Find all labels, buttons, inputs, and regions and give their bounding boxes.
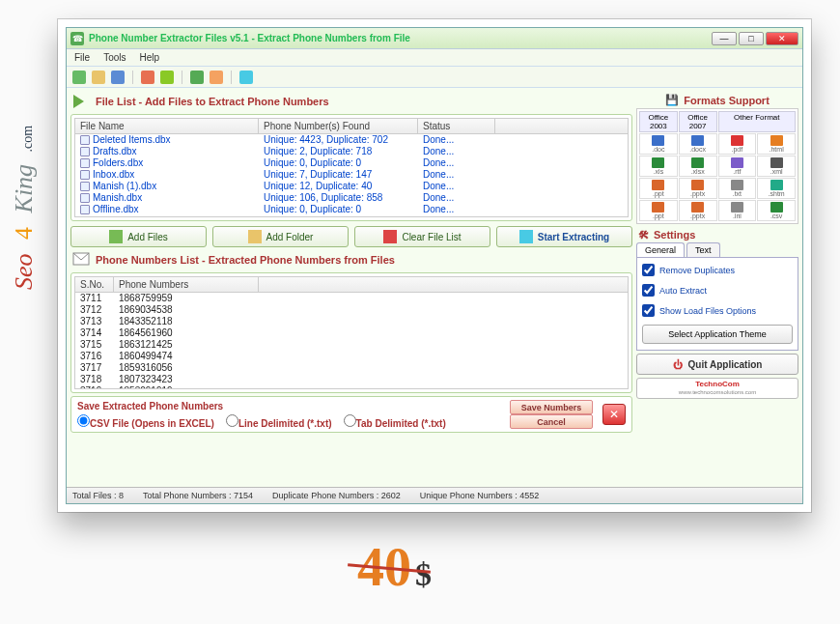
add-folder-button[interactable]: Add Folder [212, 226, 349, 247]
col-found[interactable]: Phone Number(s) Found [259, 119, 418, 133]
chk-auto-extract[interactable]: Auto Extract [642, 284, 793, 297]
format-cell: .xlsx [679, 156, 717, 177]
col-status[interactable]: Status [418, 119, 495, 133]
format-cell: .xml [757, 156, 796, 177]
phone-row[interactable]: 37141864561960 [75, 327, 628, 339]
file-icon [80, 170, 90, 180]
mail-icon [72, 252, 90, 268]
select-theme-button[interactable]: Select Application Theme [642, 325, 793, 344]
phonelist-header: Phone Numbers List - Extracted Phone Num… [70, 250, 632, 269]
file-icon [80, 182, 90, 191]
file-icon [80, 193, 90, 203]
phone-row[interactable]: 37121869034538 [75, 304, 628, 316]
quit-icon: ⏻ [673, 359, 683, 370]
opt-tab[interactable]: Tab Delimited (*.txt) [344, 414, 446, 429]
file-table: File Name Phone Number(s) Found Status D… [70, 114, 632, 221]
doc-icon[interactable] [111, 71, 125, 84]
price-tag: 40$ [357, 536, 432, 598]
format-cell: .ppt [639, 200, 678, 221]
phone-row[interactable]: 37111868759959 [75, 293, 628, 304]
titlebar[interactable]: ☎ Phone Number Extractor Files v5.1 - Ex… [67, 28, 802, 49]
filelist-header: File List - Add Files to Extract Phone N… [70, 92, 632, 111]
format-cell: .rtf [718, 156, 757, 177]
arrow-icon [72, 94, 90, 109]
delete-button[interactable]: ✕ [602, 404, 626, 425]
chk-remove-duplicates[interactable]: Remove Duplicates [642, 264, 793, 276]
format-cell: .ppt [639, 178, 678, 199]
formats-panel: 💾Formats Support Office 2003Office 2007O… [636, 92, 798, 224]
file-row[interactable]: Deleted Items.dbxUnique: 4423, Duplicate… [75, 134, 628, 146]
status-unique-phones: Unique Phone Numbers : 4552 [420, 491, 540, 500]
export-icon[interactable] [141, 71, 154, 84]
format-cell: .pptx [679, 200, 717, 221]
format-header: Office 2003 [639, 111, 678, 132]
toolbar [67, 67, 802, 88]
phone-row[interactable]: 37161860499474 [75, 351, 628, 362]
app-icon: ☎ [70, 32, 84, 45]
check-icon[interactable] [160, 71, 174, 84]
col-filename[interactable]: File Name [75, 119, 259, 133]
company-brand[interactable]: TechnoCom www.technocomsolutions.com [636, 378, 798, 399]
plus-icon [109, 230, 123, 243]
format-cell: .ini [718, 200, 757, 221]
file-row[interactable]: Outbox.dbxUnique: 2, Duplicate: 137Done.… [75, 215, 628, 217]
refresh-icon[interactable] [72, 71, 86, 84]
menu-help[interactable]: Help [139, 52, 159, 63]
format-cell: .docx [679, 133, 717, 155]
file-row[interactable]: Folders.dbxUnique: 0, Duplicate: 0Done..… [75, 157, 628, 169]
phone-row[interactable]: 37151863121425 [75, 339, 628, 351]
file-row[interactable]: Manish.dbxUnique: 106, Duplicate: 858Don… [75, 192, 628, 204]
dollar-icon[interactable] [190, 71, 204, 84]
maximize-button[interactable]: □ [739, 32, 764, 45]
menu-file[interactable]: File [74, 52, 90, 63]
format-cell: .doc [639, 133, 678, 155]
clear-list-button[interactable]: Clear File List [354, 226, 490, 247]
save-title: Save Extracted Phone Numbers [77, 401, 223, 411]
search-icon[interactable] [239, 71, 253, 84]
app-window: ☎ Phone Number Extractor Files v5.1 - Ex… [66, 27, 803, 504]
col-phone[interactable]: Phone Numbers [114, 277, 259, 292]
tab-text[interactable]: Text [686, 242, 720, 257]
search-icon [519, 230, 533, 243]
file-icon [80, 135, 90, 145]
close-button[interactable]: ✕ [766, 32, 798, 45]
phone-row[interactable]: 37191853091919 [75, 385, 628, 389]
format-cell: .html [757, 133, 796, 155]
folder-icon[interactable] [92, 71, 105, 84]
file-icon [80, 158, 90, 168]
phone-row[interactable]: 37171859316056 [75, 362, 628, 374]
format-cell: .txt [718, 178, 757, 199]
status-duplicate-phones: Duplicate Phone Numbers : 2602 [272, 491, 401, 500]
file-row[interactable]: Inbox.dbxUnique: 7, Duplicate: 147Done..… [75, 169, 628, 181]
status-total-files: Total Files : 8 [72, 491, 124, 500]
quit-application-button[interactable]: ⏻Quit Application [636, 354, 798, 375]
save-numbers-button[interactable]: Save Numbers [510, 400, 593, 414]
format-cell: .pdf [718, 133, 757, 155]
format-cell: .shtm [757, 178, 796, 199]
col-sno[interactable]: S.No. [75, 277, 114, 292]
formats-icon: 💾 [665, 94, 679, 106]
window-title: Phone Number Extractor Files v5.1 - Extr… [89, 33, 712, 43]
phone-row[interactable]: 37181807323423 [75, 374, 628, 385]
key-icon[interactable] [210, 71, 223, 84]
file-icon [80, 205, 90, 214]
start-extracting-button[interactable]: Start Extracting [496, 226, 632, 247]
phone-row[interactable]: 37131843352118 [75, 316, 628, 327]
opt-line[interactable]: Line Delimited (*.txt) [226, 414, 332, 429]
svg-marker-0 [73, 95, 84, 108]
file-row[interactable]: Offline.dbxUnique: 0, Duplicate: 0Done..… [75, 204, 628, 215]
format-cell: .csv [757, 200, 796, 221]
chk-show-load-options[interactable]: Show Load Files Options [642, 304, 793, 317]
minimize-button[interactable]: — [712, 32, 737, 45]
tab-general[interactable]: General [636, 242, 685, 257]
opt-csv[interactable]: CSV File (Opens in EXCEL) [77, 414, 214, 429]
format-header: Office 2007 [679, 111, 717, 132]
page-brand: Seo 4 King .com [10, 126, 39, 290]
screenshot-frame: ☎ Phone Number Extractor Files v5.1 - Ex… [58, 19, 811, 512]
menu-tools[interactable]: Tools [103, 52, 126, 63]
cancel-button[interactable]: Cancel [510, 414, 593, 429]
add-files-button[interactable]: Add Files [70, 226, 207, 247]
menubar: File Tools Help [67, 49, 802, 67]
file-row[interactable]: Manish (1).dbxUnique: 12, Duplicate: 40D… [75, 181, 628, 192]
file-row[interactable]: Drafts.dbxUnique: 2, Duplicate: 718Done.… [75, 146, 628, 157]
